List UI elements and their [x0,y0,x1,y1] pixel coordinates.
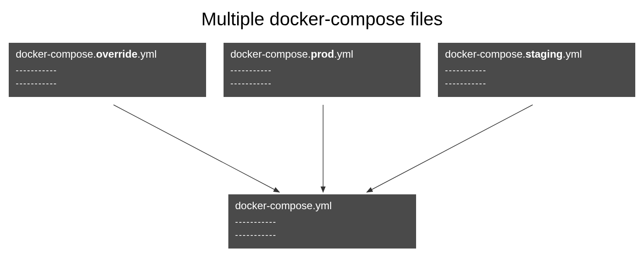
prod-dashes1: ----------- [231,64,414,77]
diagram-title: Multiple docker-compose files [0,0,644,43]
prod-dashes2: ----------- [231,77,414,90]
override-dashes1: ----------- [16,64,199,77]
prod-bold: prod [311,48,334,60]
override-bold: override [96,48,138,60]
prod-suffix: .yml [334,48,353,60]
base-file-name: docker-compose.yml [235,200,409,212]
staging-file-name: docker-compose.staging.yml [445,48,628,60]
override-dashes2: ----------- [16,77,199,90]
staging-prefix: docker-compose. [445,48,525,60]
staging-dashes2: ----------- [445,77,628,90]
base-file-box: docker-compose.yml ----------- ---------… [228,194,416,249]
prod-prefix: docker-compose. [231,48,311,60]
override-file-box: docker-compose.override.yml ----------- … [9,43,206,97]
override-suffix: .yml [138,48,157,60]
prod-file-box: docker-compose.prod.yml ----------- ----… [224,43,421,97]
staging-dashes1: ----------- [445,64,628,77]
staging-bold: staging [525,48,562,60]
prod-file-name: docker-compose.prod.yml [231,48,414,60]
override-prefix: docker-compose. [16,48,96,60]
top-row: docker-compose.override.yml ----------- … [0,43,644,97]
staging-suffix: .yml [563,48,582,60]
arrow-staging-to-base [367,105,533,192]
base-dashes1: ----------- [235,215,409,228]
base-dashes2: ----------- [235,228,409,242]
arrow-override-to-base [114,105,279,192]
override-file-name: docker-compose.override.yml [16,48,199,60]
staging-file-box: docker-compose.staging.yml ----------- -… [438,43,635,97]
